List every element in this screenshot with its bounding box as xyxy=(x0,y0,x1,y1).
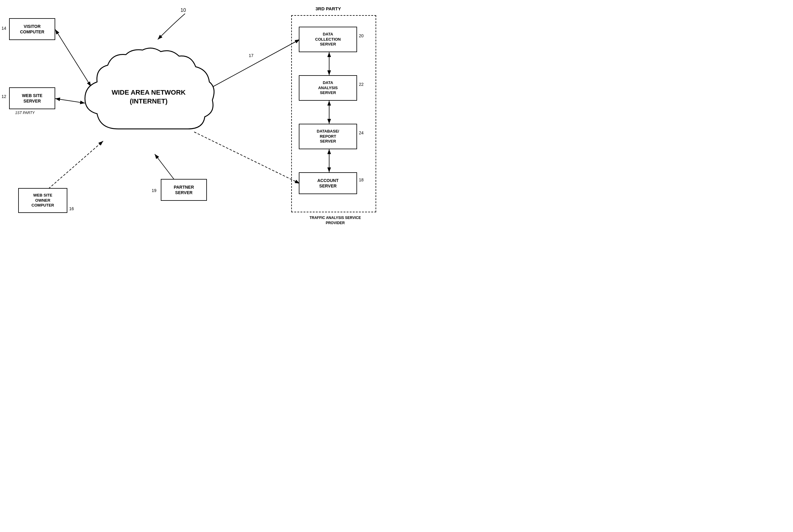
traffic-analysis-label: TRAFFIC ANALYSIS SERVICEPROVIDER xyxy=(293,215,378,226)
wan-cloud: WIDE AREA NETWORK (INTERNET) xyxy=(82,47,215,147)
num-18: 18 xyxy=(359,177,364,182)
num-17: 17 xyxy=(249,53,253,58)
database-report-server-box: DATABASE/REPORTSERVER xyxy=(299,124,357,149)
num-24: 24 xyxy=(359,130,364,135)
visitor-computer-box: VISITORCOMPUTER xyxy=(9,18,55,40)
figure-number: 10 xyxy=(181,7,186,13)
svg-line-7 xyxy=(155,154,174,180)
diagram: WIDE AREA NETWORK (INTERNET) 3RD PARTY T… xyxy=(0,0,396,266)
data-analysis-server-box: DATAANALYSISSERVER xyxy=(299,75,357,101)
partner-server-box: PARTNERSERVER xyxy=(161,179,207,201)
account-server-box: ACCOUNTSERVER xyxy=(299,172,357,194)
third-party-label: 3RD PARTY xyxy=(316,6,341,11)
num-14: 14 xyxy=(1,26,6,31)
web-site-owner-computer-box: WEB SITEOWNERCOMPUTER xyxy=(18,188,67,213)
svg-line-4 xyxy=(55,99,85,103)
svg-line-5 xyxy=(49,141,103,189)
wan-label: WIDE AREA NETWORK (INTERNET) xyxy=(112,88,186,106)
num-12: 12 xyxy=(1,94,6,99)
data-collection-server-box: DATACOLLECTIONSERVER xyxy=(299,27,357,52)
num-22: 22 xyxy=(359,82,364,87)
num-16: 16 xyxy=(69,206,74,211)
num-20: 20 xyxy=(359,33,364,38)
web-site-server-box: WEB SITESERVER xyxy=(9,87,55,109)
first-party-label: 1ST PARTY xyxy=(15,111,35,115)
svg-line-6 xyxy=(208,39,300,90)
num-19: 19 xyxy=(152,188,156,193)
